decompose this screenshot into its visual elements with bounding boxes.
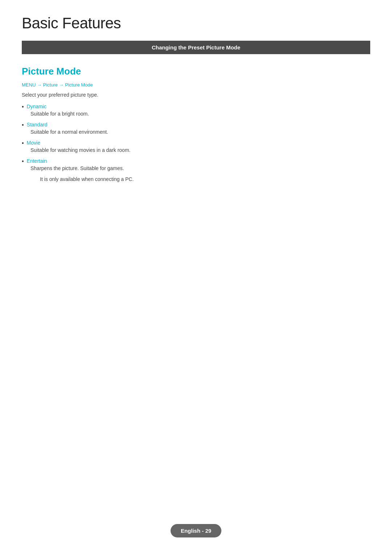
option-desc-movie: Suitable for watching movies in a dark r… (30, 147, 370, 153)
arrow1: → (36, 82, 43, 88)
option-name-standard: Standard (27, 122, 48, 128)
option-desc-entertain: Sharpens the picture. Suitable for games… (30, 165, 370, 171)
bullet-icon: • (22, 122, 24, 128)
footer-badge: English - 29 (171, 524, 221, 537)
option-dynamic: • Dynamic (22, 104, 370, 110)
bullet-icon: • (22, 104, 24, 110)
option-movie: • Movie (22, 140, 370, 146)
option-name-dynamic: Dynamic (27, 104, 46, 109)
option-desc-standard: Suitable for a normal environment. (30, 129, 370, 135)
option-note-entertain: It is only available when connecting a P… (40, 176, 370, 182)
arrow2: → (58, 82, 65, 88)
bullet-icon: • (22, 158, 24, 165)
option-name-movie: Movie (27, 140, 40, 146)
picture-label: Picture (43, 82, 58, 88)
list-item: • Entertain Sharpens the picture. Suitab… (22, 158, 370, 182)
menu-path: MENU → Picture → Picture Mode (22, 82, 370, 88)
option-desc-dynamic: Suitable for a bright room. (30, 111, 370, 117)
section-header-text: Changing the Preset Picture Mode (152, 44, 240, 51)
options-list: • Dynamic Suitable for a bright room. • … (22, 104, 370, 182)
list-item: • Dynamic Suitable for a bright room. (22, 104, 370, 117)
picture-mode-label: Picture Mode (65, 82, 93, 88)
list-item: • Standard Suitable for a normal environ… (22, 122, 370, 135)
section-header: Changing the Preset Picture Mode (22, 41, 370, 54)
option-name-entertain: Entertain (27, 158, 47, 164)
option-standard: • Standard (22, 122, 370, 128)
list-item: • Movie Suitable for watching movies in … (22, 140, 370, 153)
bullet-icon: • (22, 140, 24, 146)
page-title: Basic Features (22, 15, 370, 32)
page-container: Basic Features Changing the Preset Pictu… (0, 0, 392, 216)
option-entertain: • Entertain (22, 158, 370, 165)
feature-section-title: Picture Mode (22, 66, 370, 77)
intro-text: Select your preferred picture type. (22, 92, 370, 98)
menu-label: MENU (22, 82, 36, 88)
